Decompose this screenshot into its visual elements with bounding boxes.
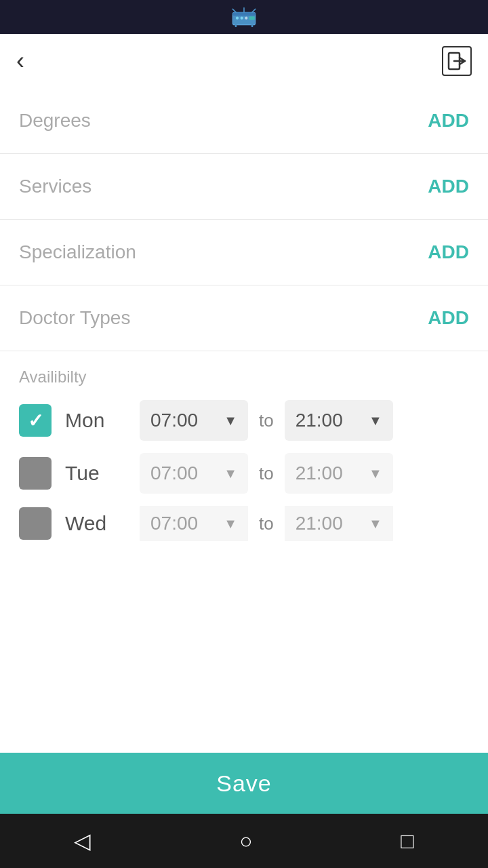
svg-point-6 [245,17,247,20]
save-bar[interactable]: Save [0,753,488,814]
tue-start-dropdown[interactable]: 07:00 ▼ [140,453,248,494]
nav-home-icon: ○ [239,829,252,854]
services-section: Services ADD [0,154,488,220]
wifi-router-icon [230,6,258,28]
svg-line-8 [232,9,236,12]
specialization-label: Specialization [19,241,136,263]
logout-button[interactable] [442,46,472,76]
doctor-types-section: Doctor Types ADD [0,285,488,351]
svg-rect-7 [249,16,255,20]
mon-label: Mon [65,409,140,432]
tue-checkbox[interactable]: ✓ [19,457,52,490]
degrees-label: Degrees [19,110,91,132]
degrees-add-button[interactable]: ADD [428,110,469,132]
svg-line-9 [252,9,256,12]
mon-checkbox[interactable]: ✓ [19,404,52,437]
nav-back-button[interactable]: ◁ [54,821,111,861]
top-bar: ‹ [0,34,488,88]
wed-start-dropdown[interactable]: 07:00 ▼ [140,506,248,541]
status-bar [0,0,488,34]
doctor-types-add-button[interactable]: ADD [428,307,469,329]
tue-end-arrow: ▼ [369,466,382,481]
services-label: Services [19,176,92,197]
degrees-section: Degrees ADD [0,88,488,154]
availability-section: Availibilty ✓ Mon 07:00 ▼ to 21:00 ▼ ✓ T… [0,351,488,753]
tue-end-value: 21:00 [296,462,343,484]
mon-end-value: 21:00 [296,410,343,431]
nav-home-button[interactable]: ○ [219,822,272,861]
tue-to-label: to [259,463,274,484]
specialization-section: Specialization ADD [0,220,488,285]
nav-recents-icon: □ [401,829,413,854]
wed-checkbox[interactable]: ✓ [19,507,52,540]
wed-to-label: to [259,513,274,534]
mon-checkmark: ✓ [28,410,43,432]
svg-rect-2 [235,24,237,27]
logout-icon [447,52,466,71]
mon-start-dropdown[interactable]: 07:00 ▼ [140,400,248,441]
nav-recents-button[interactable]: □ [380,822,434,861]
mon-start-arrow: ▼ [224,413,237,429]
svg-rect-3 [251,24,253,27]
svg-point-4 [236,17,239,20]
nav-back-icon: ◁ [74,828,91,854]
mon-end-arrow: ▼ [369,413,382,429]
tue-start-arrow: ▼ [224,466,237,481]
tue-start-value: 07:00 [150,462,198,484]
wed-label: Wed [65,512,140,535]
svg-point-5 [241,17,243,20]
tue-end-dropdown[interactable]: 21:00 ▼ [285,453,393,494]
bottom-nav: ◁ ○ □ [0,814,488,868]
wed-end-value: 21:00 [296,513,343,534]
wed-end-arrow: ▼ [369,516,382,532]
tue-day-row: ✓ Tue 07:00 ▼ to 21:00 ▼ [19,453,469,494]
mon-end-dropdown[interactable]: 21:00 ▼ [285,400,393,441]
save-button: Save [216,770,272,797]
services-add-button[interactable]: ADD [428,176,469,197]
wed-start-arrow: ▼ [224,516,237,532]
main-content: ‹ Degrees ADD Services ADD Specializatio… [0,34,488,753]
wed-day-row: ✓ Wed 07:00 ▼ to 21:00 ▼ [19,506,469,541]
tue-label: Tue [65,462,140,485]
wed-start-value: 07:00 [150,513,198,534]
specialization-add-button[interactable]: ADD [428,241,469,263]
wed-end-dropdown[interactable]: 21:00 ▼ [285,506,393,541]
back-button[interactable]: ‹ [16,49,24,73]
mon-to-label: to [259,410,274,431]
mon-day-row: ✓ Mon 07:00 ▼ to 21:00 ▼ [19,400,469,441]
availability-title: Availibilty [19,368,469,387]
doctor-types-label: Doctor Types [19,307,130,329]
mon-start-value: 07:00 [150,410,198,431]
